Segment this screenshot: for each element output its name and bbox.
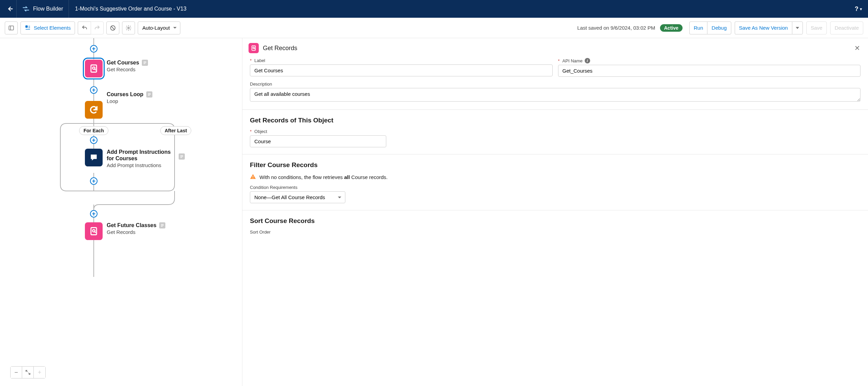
node-subtitle: Get Records (107, 66, 148, 72)
save-button[interactable]: Save (806, 21, 827, 34)
last-saved-text: Last saved on 9/6/2024, 03:02 PM (577, 25, 655, 31)
branch-label-after-last: After Last (160, 126, 191, 135)
svg-line-14 (94, 69, 96, 70)
node-subtitle: Loop (107, 98, 152, 104)
app-header: Flow Builder 1-Mochi's Suggestive Order … (0, 0, 868, 18)
get-records-icon (85, 222, 103, 240)
toolbar: Select Elements Auto-Layout Last saved o… (0, 18, 868, 38)
undo-button[interactable] (78, 21, 91, 34)
object-input[interactable] (250, 135, 386, 147)
zoom-fit-button[interactable] (22, 367, 34, 378)
add-element-button[interactable]: + (90, 177, 98, 185)
section-object-title: Get Records of This Object (250, 117, 860, 124)
filter-warning: With no conditions, the flow retrieves a… (250, 174, 860, 181)
node-title: Get Future Classes (107, 222, 156, 228)
prompt-icon (85, 149, 103, 166)
description-icon (159, 222, 165, 228)
sort-order-label: Sort Order (250, 229, 860, 235)
debug-button[interactable]: Debug (707, 21, 731, 34)
svg-rect-36 (253, 178, 253, 179)
status-badge: Active (660, 24, 683, 32)
select-elements-button[interactable]: Select Elements (20, 21, 75, 34)
svg-line-34 (254, 48, 255, 49)
panel-title: Get Records (263, 45, 848, 52)
run-button[interactable]: Run (689, 21, 707, 34)
add-element-button[interactable]: + (90, 136, 98, 144)
node-subtitle: Get Records (107, 229, 165, 235)
add-element-button[interactable]: + (90, 45, 98, 53)
panel-toggle-button[interactable] (5, 21, 18, 34)
description-icon (146, 91, 152, 98)
undo-redo-group (78, 21, 104, 34)
back-button[interactable] (3, 2, 16, 16)
svg-rect-12 (91, 65, 96, 72)
deactivate-button[interactable]: Deactivate (830, 21, 863, 34)
section-sort-title: Sort Course Records (250, 217, 860, 225)
get-records-icon (249, 43, 259, 53)
property-panel: Get Records ✕ *Label *API Name i Descrip… (242, 38, 868, 386)
node-title: Add Prompt Instructions for Courses (107, 149, 178, 162)
node-get-future-classes[interactable]: Get Future Classes Get Records (85, 222, 165, 240)
app-name: Flow Builder (33, 6, 63, 12)
info-icon[interactable]: i (585, 58, 590, 63)
svg-line-26 (94, 232, 96, 233)
flow-canvas[interactable]: + + + + + For Each After Last Get Course… (0, 38, 242, 386)
node-title: Get Courses (107, 60, 139, 66)
description-icon (142, 60, 148, 66)
node-courses-loop[interactable]: Courses Loop Loop (85, 101, 152, 119)
api-name-field-label: *API Name i (558, 58, 861, 63)
api-name-input[interactable] (558, 65, 861, 77)
app-switcher[interactable]: Flow Builder (16, 0, 69, 18)
svg-line-4 (111, 26, 115, 29)
svg-rect-0 (9, 26, 14, 30)
label-field-label: *Label (250, 58, 553, 63)
object-field-label: *Object (250, 129, 386, 134)
flow-title: 1-Mochi's Suggestive Order and Course - … (69, 0, 193, 18)
warning-icon (250, 174, 256, 181)
section-filter-title: Filter Course Records (250, 161, 860, 169)
node-add-prompt[interactable]: Add Prompt Instructions for Courses Add … (85, 149, 187, 168)
branch-label-for-each: For Each (79, 126, 108, 135)
svg-rect-35 (253, 176, 253, 178)
save-as-new-button[interactable]: Save As New Version (735, 21, 792, 34)
svg-rect-32 (252, 46, 256, 50)
node-title: Courses Loop (107, 91, 144, 98)
svg-rect-2 (26, 26, 27, 27)
svg-point-5 (128, 27, 130, 29)
svg-rect-24 (91, 228, 96, 235)
no-entry-button[interactable] (106, 21, 119, 34)
settings-button[interactable] (122, 21, 135, 34)
node-subtitle: Add Prompt Instructions (107, 162, 178, 168)
node-get-courses[interactable]: Get Courses Get Records (85, 60, 148, 77)
condition-req-select[interactable] (250, 191, 345, 203)
zoom-in-button[interactable]: + (34, 367, 45, 378)
description-textarea[interactable] (250, 88, 860, 102)
zoom-controls: − + (10, 366, 46, 378)
help-button[interactable]: ? ▾ (852, 2, 865, 16)
loop-icon (85, 101, 103, 119)
zoom-out-button[interactable]: − (11, 367, 22, 378)
description-icon (179, 153, 185, 160)
get-records-icon (85, 60, 103, 77)
condition-req-label: Condition Requirements (250, 185, 860, 190)
close-panel-button[interactable]: ✕ (852, 43, 862, 53)
redo-button[interactable] (91, 21, 104, 34)
label-input[interactable] (250, 64, 553, 76)
description-field-label: Description (250, 81, 860, 87)
add-element-button[interactable]: + (90, 86, 98, 94)
save-as-new-caret[interactable] (792, 21, 803, 34)
layout-mode-dropdown[interactable]: Auto-Layout (138, 21, 180, 34)
add-element-button[interactable]: + (90, 210, 98, 218)
